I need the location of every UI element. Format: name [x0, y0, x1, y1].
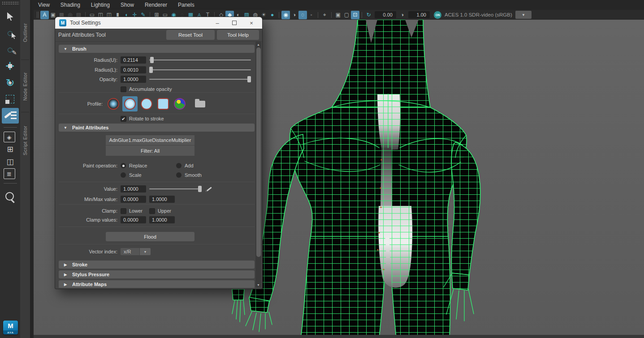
menu-panels[interactable]: Panels [178, 2, 194, 8]
rule [59, 204, 255, 205]
menu-show[interactable]: Show [121, 2, 134, 8]
profile-row: Profile: [59, 93, 255, 115]
clamp-min-field[interactable]: 0.0000 [121, 216, 146, 223]
xray-display-icon[interactable]: ⊡ [351, 11, 359, 19]
scrollbar-handle[interactable] [256, 47, 261, 257]
opacity-row: Opacity: 1.0000 [59, 75, 255, 83]
select-by-name-icon[interactable]: A [40, 11, 49, 19]
layout-two-pane-icon[interactable]: ◫ [4, 156, 17, 167]
select-tool-icon[interactable] [2, 9, 19, 24]
view-transform-select[interactable]: ACES 1.0 SDR-video (sRGB)▼ [445, 11, 532, 19]
scale-label: Scale [129, 172, 142, 178]
scale-tool-icon[interactable] [2, 91, 19, 107]
move-tool-icon[interactable] [2, 58, 19, 74]
scale-radio[interactable] [121, 172, 126, 178]
stroke-section-header[interactable]: ▶ Stroke [59, 261, 255, 269]
value-field[interactable]: 1.0000 [121, 185, 146, 193]
profile-gaussian-button[interactable] [106, 96, 121, 111]
attribute-list-item[interactable]: AdnGlue1.maxGlueDistanceMultiplier [106, 135, 194, 145]
radius-l-field[interactable]: 0.0010 [121, 66, 146, 73]
layout-four-pane-icon[interactable]: ⊞ [4, 143, 17, 155]
eyedropper-icon[interactable] [205, 185, 213, 193]
toolbox-grip[interactable] [2, 1, 19, 5]
shadows-icon[interactable]: ◉ [281, 11, 290, 19]
exposure-value-field[interactable]: 0.00 [375, 11, 396, 18]
value-slider[interactable] [149, 186, 202, 192]
gamma-value-field[interactable]: 1.00 [408, 11, 430, 18]
profile-solid-button[interactable] [139, 96, 154, 111]
reset-tool-button[interactable]: Reset Tool [166, 30, 215, 40]
scroll-down-icon[interactable]: ▼ [255, 282, 261, 287]
screen-space-ao-icon[interactable]: ◑ [290, 11, 298, 19]
paint-attributes-tool-icon[interactable] [2, 108, 19, 124]
paint-attributes-section-header[interactable]: ▼ Paint Attributes [59, 124, 255, 132]
opacity-field[interactable]: 1.0000 [121, 76, 146, 83]
profile-label: Profile: [59, 101, 106, 107]
anti-aliasing-icon[interactable]: ◌ [298, 11, 307, 19]
radius-l-slider[interactable] [149, 67, 251, 73]
browse-profile-folder-icon[interactable] [195, 101, 205, 107]
window-titlebar[interactable]: M Tool Settings – × [55, 17, 262, 29]
opacity-slider[interactable] [149, 76, 251, 82]
add-radio[interactable] [176, 163, 182, 168]
menu-lighting[interactable]: Lighting [91, 2, 110, 8]
gamma-icon[interactable]: ◑ [398, 11, 406, 19]
view-transform-value: ACES 1.0 SDR-video (sRGB) [445, 12, 515, 17]
vector-index-dropdown-arrow-icon[interactable]: ▼ [140, 248, 151, 255]
close-button[interactable]: × [245, 18, 258, 28]
clamp-upper-checkbox[interactable] [149, 208, 155, 214]
minimize-button[interactable]: – [211, 18, 224, 28]
collapse-arrow-icon: ▼ [59, 126, 72, 130]
brush-section-label: Brush [72, 46, 86, 51]
profile-square-button[interactable] [156, 96, 171, 111]
maximize-button[interactable] [228, 18, 241, 28]
radius-u-label: Radius(U): [59, 57, 121, 63]
attribute-maps-section-header[interactable]: ▶ Attribute Maps [59, 280, 255, 288]
lasso-select-tool-icon[interactable] [2, 25, 19, 41]
accumulate-opacity-checkbox[interactable] [121, 86, 126, 92]
front-buffer-icon[interactable]: ▣ [334, 11, 342, 19]
rotate-tool-icon[interactable] [2, 75, 19, 90]
radius-u-field[interactable]: 0.2114 [121, 56, 146, 64]
search-tool-icon[interactable] [2, 190, 19, 205]
flood-button[interactable]: Flood [106, 232, 194, 241]
rotate-to-stroke-checkbox[interactable]: ✔ [121, 116, 126, 122]
radius-u-slider[interactable] [149, 57, 251, 63]
smooth-radio[interactable] [176, 172, 182, 178]
clamp-max-field[interactable]: 1.0000 [149, 216, 175, 223]
paint-operation-row-1: Paint operation: Replace Add [59, 162, 255, 170]
max-value-field[interactable]: 1.0000 [149, 196, 175, 203]
flat-lighting-icon[interactable]: ● [268, 11, 277, 19]
menu-view[interactable]: View [38, 2, 50, 8]
tab-script-editor[interactable]: Script Editor [20, 114, 30, 167]
scroll-up-icon[interactable]: ▲ [255, 42, 261, 47]
paint-selection-tool-icon[interactable] [2, 42, 19, 57]
dialog-scrollbar[interactable]: ▲ ▼ [255, 42, 261, 287]
left-toolbox: ◈⊞◫≣ M AYA [0, 0, 20, 338]
profile-image-button[interactable] [172, 96, 187, 111]
attribute-filter-button[interactable]: Filter: All [106, 145, 194, 156]
tab-node-editor[interactable]: Node Editor [20, 62, 30, 111]
layout-outliner-persp-icon[interactable]: ≣ [4, 168, 15, 179]
gaussian-brush-icon [108, 98, 119, 110]
back-buffer-icon[interactable]: ▢ [342, 11, 351, 19]
stylus-pressure-section-header[interactable]: ▶ Stylus Pressure [59, 270, 255, 278]
view-transform-toggle[interactable]: ON [434, 11, 441, 19]
replace-radio[interactable] [121, 163, 126, 168]
brush-section-header[interactable]: ▼ Brush [59, 45, 255, 53]
collapsed-arrow-icon: ▶ [59, 282, 72, 287]
min-value-field[interactable]: 0.0000 [121, 196, 146, 203]
toolbar-grip[interactable] [37, 12, 39, 18]
profile-soft-button[interactable] [122, 96, 138, 111]
view-transform-dropdown-arrow-icon[interactable]: ▼ [515, 11, 532, 19]
clamp-lower-checkbox[interactable] [121, 208, 126, 214]
isolate-select-icon[interactable]: ⌖ [320, 11, 329, 19]
layout-single-pane-icon[interactable]: ◈ [4, 132, 15, 142]
motion-blur-icon[interactable]: ▪ [307, 11, 316, 19]
exposure-icon[interactable]: ↻ [364, 11, 373, 19]
menu-shading[interactable]: Shading [61, 2, 80, 8]
tool-help-button[interactable]: Tool Help [217, 30, 259, 40]
menu-renderer[interactable]: Renderer [145, 2, 167, 8]
vector-index-select[interactable]: x/R [121, 248, 139, 255]
tab-outliner[interactable]: Outliner [20, 8, 30, 57]
